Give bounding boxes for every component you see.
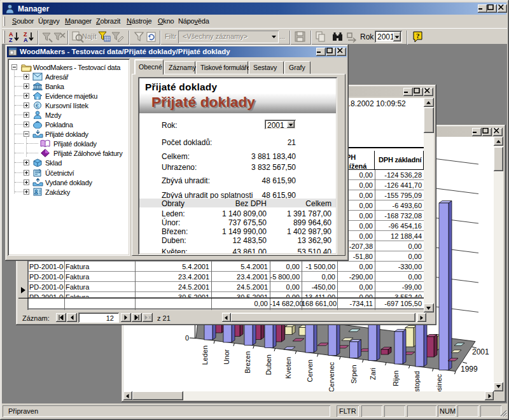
svg-text:Srpen: Srpen [350,365,358,384]
svg-text:Rijen: Rijen [392,370,400,386]
svg-text:Z: Z [9,37,13,43]
svg-text:1999: 1999 [461,365,478,374]
svg-text:0: 0 [185,334,189,342]
svg-text:Cervenec: Cervenec [328,362,335,391]
svg-text:Leden: Leden [201,346,209,365]
svg-text:Brezen: Brezen [244,351,251,374]
svg-text:Zari: Zari [369,368,377,380]
svg-text:Listopad: Listopad [413,371,421,391]
svg-text:A: A [24,37,28,43]
svg-text:Prosinec: Prosinec [435,374,443,392]
svg-text:Cerven: Cerven [306,360,314,382]
svg-text:Kveten: Kveten [284,357,292,379]
svg-text:€: € [36,102,39,109]
svg-text:2001: 2001 [472,347,489,356]
svg-text:?: ? [416,32,420,39]
svg-text:Duben: Duben [265,354,272,375]
svg-text:Unor: Unor [223,349,230,365]
